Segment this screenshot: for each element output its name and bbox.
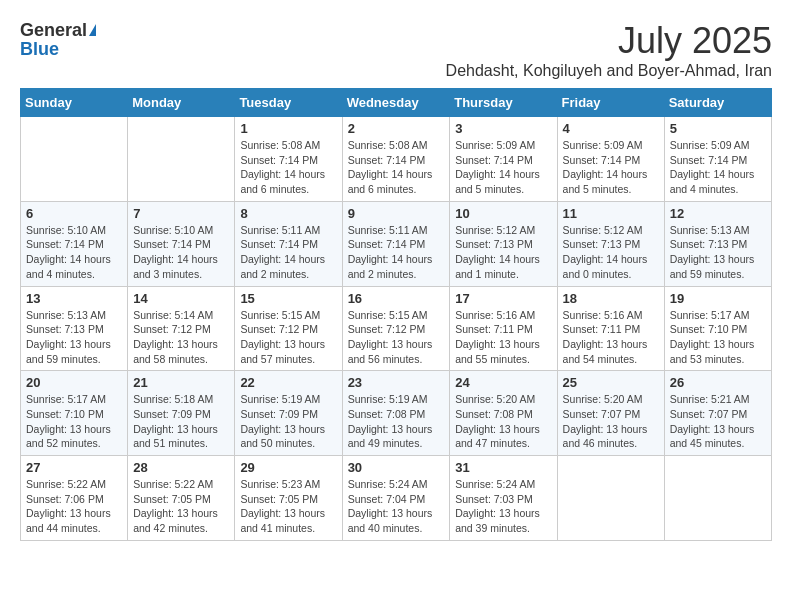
day-info: Sunrise: 5:20 AM Sunset: 7:07 PM Dayligh… (563, 392, 659, 451)
day-info: Sunrise: 5:23 AM Sunset: 7:05 PM Dayligh… (240, 477, 336, 536)
day-number: 5 (670, 121, 766, 136)
day-info: Sunrise: 5:11 AM Sunset: 7:14 PM Dayligh… (240, 223, 336, 282)
day-info: Sunrise: 5:24 AM Sunset: 7:04 PM Dayligh… (348, 477, 445, 536)
day-info: Sunrise: 5:15 AM Sunset: 7:12 PM Dayligh… (348, 308, 445, 367)
day-number: 14 (133, 291, 229, 306)
calendar-cell: 15Sunrise: 5:15 AM Sunset: 7:12 PM Dayli… (235, 286, 342, 371)
col-header-saturday: Saturday (664, 89, 771, 117)
calendar-cell: 14Sunrise: 5:14 AM Sunset: 7:12 PM Dayli… (128, 286, 235, 371)
calendar-cell: 4Sunrise: 5:09 AM Sunset: 7:14 PM Daylig… (557, 117, 664, 202)
calendar-cell: 19Sunrise: 5:17 AM Sunset: 7:10 PM Dayli… (664, 286, 771, 371)
day-number: 15 (240, 291, 336, 306)
day-number: 29 (240, 460, 336, 475)
calendar-cell: 8Sunrise: 5:11 AM Sunset: 7:14 PM Daylig… (235, 201, 342, 286)
calendar: SundayMondayTuesdayWednesdayThursdayFrid… (20, 88, 772, 541)
calendar-cell: 12Sunrise: 5:13 AM Sunset: 7:13 PM Dayli… (664, 201, 771, 286)
day-number: 27 (26, 460, 122, 475)
day-info: Sunrise: 5:13 AM Sunset: 7:13 PM Dayligh… (26, 308, 122, 367)
day-number: 4 (563, 121, 659, 136)
calendar-cell: 30Sunrise: 5:24 AM Sunset: 7:04 PM Dayli… (342, 456, 450, 541)
day-info: Sunrise: 5:13 AM Sunset: 7:13 PM Dayligh… (670, 223, 766, 282)
calendar-cell: 6Sunrise: 5:10 AM Sunset: 7:14 PM Daylig… (21, 201, 128, 286)
day-number: 26 (670, 375, 766, 390)
calendar-cell (557, 456, 664, 541)
calendar-cell: 1Sunrise: 5:08 AM Sunset: 7:14 PM Daylig… (235, 117, 342, 202)
logo-blue: Blue (20, 39, 59, 60)
day-info: Sunrise: 5:16 AM Sunset: 7:11 PM Dayligh… (455, 308, 551, 367)
day-number: 21 (133, 375, 229, 390)
day-number: 10 (455, 206, 551, 221)
calendar-cell: 7Sunrise: 5:10 AM Sunset: 7:14 PM Daylig… (128, 201, 235, 286)
calendar-cell: 31Sunrise: 5:24 AM Sunset: 7:03 PM Dayli… (450, 456, 557, 541)
day-info: Sunrise: 5:17 AM Sunset: 7:10 PM Dayligh… (26, 392, 122, 451)
day-number: 7 (133, 206, 229, 221)
day-info: Sunrise: 5:20 AM Sunset: 7:08 PM Dayligh… (455, 392, 551, 451)
day-info: Sunrise: 5:17 AM Sunset: 7:10 PM Dayligh… (670, 308, 766, 367)
day-info: Sunrise: 5:09 AM Sunset: 7:14 PM Dayligh… (563, 138, 659, 197)
month-year: July 2025 (446, 20, 772, 62)
col-header-sunday: Sunday (21, 89, 128, 117)
day-info: Sunrise: 5:19 AM Sunset: 7:09 PM Dayligh… (240, 392, 336, 451)
calendar-header-row: SundayMondayTuesdayWednesdayThursdayFrid… (21, 89, 772, 117)
day-number: 9 (348, 206, 445, 221)
logo: General Blue (20, 20, 96, 60)
calendar-cell: 22Sunrise: 5:19 AM Sunset: 7:09 PM Dayli… (235, 371, 342, 456)
day-number: 1 (240, 121, 336, 136)
calendar-cell: 29Sunrise: 5:23 AM Sunset: 7:05 PM Dayli… (235, 456, 342, 541)
day-info: Sunrise: 5:09 AM Sunset: 7:14 PM Dayligh… (670, 138, 766, 197)
day-number: 31 (455, 460, 551, 475)
day-info: Sunrise: 5:09 AM Sunset: 7:14 PM Dayligh… (455, 138, 551, 197)
calendar-cell: 16Sunrise: 5:15 AM Sunset: 7:12 PM Dayli… (342, 286, 450, 371)
logo-general: General (20, 20, 87, 41)
day-info: Sunrise: 5:11 AM Sunset: 7:14 PM Dayligh… (348, 223, 445, 282)
day-number: 28 (133, 460, 229, 475)
day-number: 18 (563, 291, 659, 306)
day-info: Sunrise: 5:10 AM Sunset: 7:14 PM Dayligh… (133, 223, 229, 282)
col-header-friday: Friday (557, 89, 664, 117)
calendar-cell: 21Sunrise: 5:18 AM Sunset: 7:09 PM Dayli… (128, 371, 235, 456)
col-header-wednesday: Wednesday (342, 89, 450, 117)
day-number: 16 (348, 291, 445, 306)
day-number: 2 (348, 121, 445, 136)
calendar-cell: 28Sunrise: 5:22 AM Sunset: 7:05 PM Dayli… (128, 456, 235, 541)
week-row-4: 20Sunrise: 5:17 AM Sunset: 7:10 PM Dayli… (21, 371, 772, 456)
calendar-cell: 25Sunrise: 5:20 AM Sunset: 7:07 PM Dayli… (557, 371, 664, 456)
day-number: 17 (455, 291, 551, 306)
day-info: Sunrise: 5:16 AM Sunset: 7:11 PM Dayligh… (563, 308, 659, 367)
logo-triangle-icon (89, 24, 96, 36)
calendar-cell (21, 117, 128, 202)
day-info: Sunrise: 5:12 AM Sunset: 7:13 PM Dayligh… (455, 223, 551, 282)
day-info: Sunrise: 5:19 AM Sunset: 7:08 PM Dayligh… (348, 392, 445, 451)
day-info: Sunrise: 5:12 AM Sunset: 7:13 PM Dayligh… (563, 223, 659, 282)
day-info: Sunrise: 5:08 AM Sunset: 7:14 PM Dayligh… (348, 138, 445, 197)
week-row-3: 13Sunrise: 5:13 AM Sunset: 7:13 PM Dayli… (21, 286, 772, 371)
day-info: Sunrise: 5:08 AM Sunset: 7:14 PM Dayligh… (240, 138, 336, 197)
day-number: 6 (26, 206, 122, 221)
week-row-1: 1Sunrise: 5:08 AM Sunset: 7:14 PM Daylig… (21, 117, 772, 202)
col-header-thursday: Thursday (450, 89, 557, 117)
day-number: 24 (455, 375, 551, 390)
calendar-cell: 26Sunrise: 5:21 AM Sunset: 7:07 PM Dayli… (664, 371, 771, 456)
title-area: July 2025 Dehdasht, Kohgiluyeh and Boyer… (446, 20, 772, 80)
calendar-cell: 9Sunrise: 5:11 AM Sunset: 7:14 PM Daylig… (342, 201, 450, 286)
day-info: Sunrise: 5:21 AM Sunset: 7:07 PM Dayligh… (670, 392, 766, 451)
day-number: 30 (348, 460, 445, 475)
calendar-cell: 13Sunrise: 5:13 AM Sunset: 7:13 PM Dayli… (21, 286, 128, 371)
calendar-cell: 20Sunrise: 5:17 AM Sunset: 7:10 PM Dayli… (21, 371, 128, 456)
week-row-2: 6Sunrise: 5:10 AM Sunset: 7:14 PM Daylig… (21, 201, 772, 286)
day-info: Sunrise: 5:22 AM Sunset: 7:06 PM Dayligh… (26, 477, 122, 536)
day-info: Sunrise: 5:18 AM Sunset: 7:09 PM Dayligh… (133, 392, 229, 451)
calendar-cell: 11Sunrise: 5:12 AM Sunset: 7:13 PM Dayli… (557, 201, 664, 286)
day-number: 3 (455, 121, 551, 136)
day-number: 25 (563, 375, 659, 390)
calendar-cell: 5Sunrise: 5:09 AM Sunset: 7:14 PM Daylig… (664, 117, 771, 202)
day-number: 12 (670, 206, 766, 221)
day-info: Sunrise: 5:14 AM Sunset: 7:12 PM Dayligh… (133, 308, 229, 367)
calendar-cell: 18Sunrise: 5:16 AM Sunset: 7:11 PM Dayli… (557, 286, 664, 371)
col-header-monday: Monday (128, 89, 235, 117)
calendar-cell (128, 117, 235, 202)
day-info: Sunrise: 5:24 AM Sunset: 7:03 PM Dayligh… (455, 477, 551, 536)
day-number: 23 (348, 375, 445, 390)
day-number: 22 (240, 375, 336, 390)
calendar-cell: 17Sunrise: 5:16 AM Sunset: 7:11 PM Dayli… (450, 286, 557, 371)
